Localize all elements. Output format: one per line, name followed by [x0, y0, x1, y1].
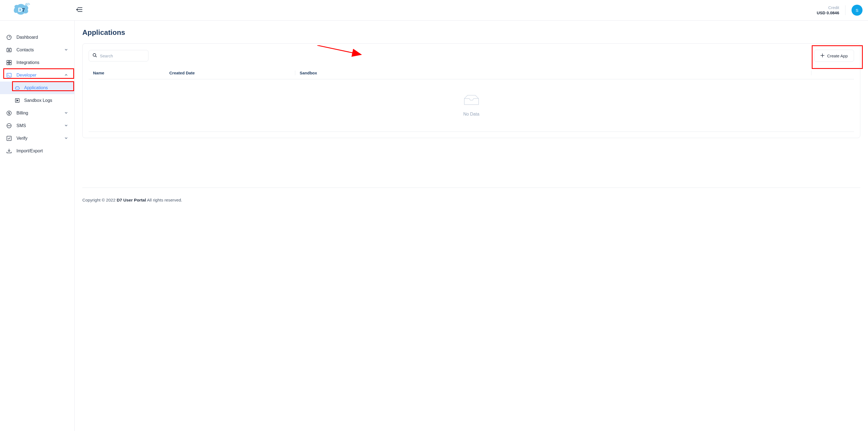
credit-display: Credit USD 0.0846 [817, 5, 845, 15]
sidebar-item-label: Contacts [17, 48, 34, 53]
footer-brand: D7 User Portal [117, 198, 146, 202]
sidebar-item-developer[interactable]: Developer [0, 69, 74, 82]
sms-icon [7, 123, 11, 128]
svg-marker-15 [17, 100, 18, 101]
credit-label: Credit [817, 5, 839, 10]
sidebar-item-verify[interactable]: Verify [0, 132, 74, 145]
dashboard-icon [7, 35, 11, 40]
column-sandbox: Sandbox [295, 70, 811, 75]
svg-text:7: 7 [22, 7, 25, 13]
chevron-down-icon [64, 123, 68, 128]
sidebar-item-label: Dashboard [17, 35, 38, 40]
plus-icon [820, 54, 825, 58]
user-avatar[interactable]: S [851, 5, 863, 16]
footer: Copyright © 2022 D7 User Portal All righ… [82, 187, 860, 203]
sidebar-subitem-label: Applications [24, 85, 48, 90]
page-title: Applications [82, 28, 860, 37]
import-export-icon [7, 149, 11, 153]
menu-toggle-button[interactable] [75, 5, 84, 15]
svg-rect-12 [7, 73, 11, 77]
svg-point-19 [9, 125, 9, 126]
sidebar-subitem-applications[interactable]: Applications [0, 82, 74, 94]
sidebar-item-integrations[interactable]: Integrations [0, 56, 74, 69]
footer-suffix: All rights reserved. [146, 198, 182, 202]
chevron-down-icon [64, 111, 68, 116]
credit-value: USD 0.0846 [817, 10, 839, 15]
table-header: Name Created Date Sandbox [89, 67, 854, 79]
create-app-button[interactable]: Create App [814, 50, 854, 62]
cloud-icon [15, 85, 20, 90]
applications-card: Create App Name Created Date Sandbox No … [82, 43, 860, 138]
main-content: Applications [75, 21, 868, 431]
sidebar-item-billing[interactable]: Billing [0, 107, 74, 119]
svg-point-24 [93, 54, 96, 56]
chevron-up-icon [64, 73, 68, 78]
svg-text:D: D [18, 6, 22, 13]
search-icon [92, 53, 97, 59]
search-container [89, 50, 149, 61]
sidebar-item-dashboard[interactable]: Dashboard [0, 31, 74, 44]
empty-text: No Data [463, 112, 479, 117]
app-header: D 7 Credit USD 0.0846 S [0, 0, 868, 21]
column-actions [811, 70, 849, 75]
sidebar-subitem-label: Sandbox Logs [24, 98, 52, 103]
brand-logo[interactable]: D 7 [12, 3, 30, 17]
create-app-label: Create App [827, 54, 848, 58]
svg-point-7 [8, 49, 10, 50]
sidebar-item-sms[interactable]: SMS [0, 119, 74, 132]
sidebar: Dashboard Contacts [0, 21, 75, 431]
sidebar-subitem-sandbox-logs[interactable]: Sandbox Logs [0, 94, 74, 107]
sidebar-item-label: SMS [17, 123, 26, 128]
svg-rect-8 [7, 60, 9, 62]
verify-icon [7, 136, 11, 141]
column-created-date: Created Date [169, 70, 295, 75]
sidebar-item-label: Import/Export [17, 149, 43, 153]
sidebar-item-label: Developer [17, 73, 36, 78]
contacts-icon [7, 48, 11, 53]
empty-state: No Data [89, 79, 854, 132]
sidebar-item-contacts[interactable]: Contacts [0, 44, 74, 56]
logo-container: D 7 [5, 3, 75, 17]
svg-rect-10 [7, 63, 9, 65]
sandbox-logs-icon [15, 98, 20, 103]
sidebar-item-import-export[interactable]: Import/Export [0, 145, 74, 157]
column-name: Name [93, 70, 169, 75]
developer-icon [7, 73, 11, 78]
chevron-down-icon [64, 48, 68, 53]
svg-rect-11 [9, 63, 11, 65]
sidebar-item-label: Integrations [17, 60, 39, 65]
svg-point-18 [8, 125, 8, 126]
svg-rect-9 [9, 60, 11, 62]
footer-prefix: Copyright © 2022 [82, 198, 117, 202]
sidebar-item-label: Verify [17, 136, 27, 141]
header-right: Credit USD 0.0846 S [817, 5, 863, 16]
chevron-down-icon [64, 136, 68, 141]
svg-rect-21 [7, 136, 11, 141]
empty-box-icon [464, 94, 479, 107]
sidebar-item-label: Billing [17, 111, 28, 116]
search-input[interactable] [89, 50, 149, 61]
billing-icon [7, 111, 11, 116]
svg-line-25 [95, 56, 97, 57]
integrations-icon [7, 60, 11, 65]
svg-point-20 [10, 125, 10, 126]
card-toolbar: Create App [89, 50, 854, 62]
